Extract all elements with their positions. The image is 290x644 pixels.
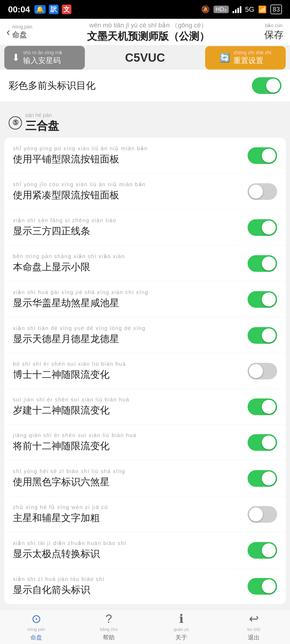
setting-row: suì jiàn shí èr shén suí xiàn liú biàn h…: [4, 389, 286, 425]
header-nav: ‹ mìng pán 命盘 wén mò tiān jī yù cè shī b…: [0, 19, 290, 46]
back-label: 命盘: [12, 30, 32, 40]
back-button[interactable]: ‹ mìng pán 命盘: [6, 24, 32, 40]
setting-text-1: shǐ yòng jǐn còu xíng xiàn liú àn niǔ mi…: [13, 181, 248, 202]
setting-text-4: xiǎn shì huá gài xīng jié shā xīng xián …: [13, 289, 248, 310]
setting-text-11: xiǎn shì tài jí diǎn zhuǎn huàn biāo shí…: [13, 540, 248, 561]
back-label-pinyin: mìng pán: [12, 24, 32, 30]
battery-indicator: 83: [270, 5, 282, 14]
nav-label-3: 退出: [248, 634, 260, 642]
setting-pinyin-3: běn mìng pán shàng xiǎn shì xiǎo xiàn: [13, 253, 248, 259]
setting-toggle-0[interactable]: [248, 147, 277, 164]
color-item-toggle[interactable]: [252, 77, 281, 94]
bottom-nav-item-帮助[interactable]: ? bāng zhù 帮助: [73, 612, 145, 642]
color-item-label: 彩色多前头标识目化: [9, 79, 252, 92]
signal-bars: [233, 6, 241, 13]
code-display: C5VUC: [88, 51, 202, 64]
setting-row: xiǎn shì tài jí diǎn zhuǎn huàn biāo shí…: [4, 532, 286, 568]
save-button[interactable]: bǎo cún 保存: [264, 23, 284, 42]
setting-pinyin-11: xiǎn shì tài jí diǎn zhuǎn huàn biāo shí: [13, 540, 248, 546]
setting-row: bó shì shí èr shén suí xiàn liú biàn huà…: [4, 353, 286, 389]
setting-pinyin-2: xiǎn shì sān fāng sì zhèng xiàn tiáo: [13, 217, 248, 224]
setting-row: zhǔ xīng hé fǔ xīng wén zì jiā cū 主星和辅星文…: [4, 496, 286, 532]
silent-icon: 🔕: [201, 5, 210, 14]
setting-row: jiāng qián shí èr shén suí xiàn liú biàn…: [4, 425, 286, 460]
5g-label: 5G: [245, 5, 255, 14]
setting-row: běn mìng pán shàng xiǎn shì xiǎo xiàn 本命…: [4, 246, 286, 281]
nav-label-1: 帮助: [103, 634, 115, 642]
nav-pinyin-1: bāng zhù: [100, 627, 118, 632]
setting-label-8: 将前十二神随限流变化: [13, 440, 248, 453]
color-header-item: 彩色多前头标识目化: [0, 70, 290, 101]
setting-toggle-1[interactable]: [248, 183, 277, 200]
bottom-nav-item-命盘[interactable]: ⊙ mìng pán 命盘: [0, 612, 73, 642]
bottom-nav-item-关于[interactable]: ℹ guān yú 关于: [145, 612, 218, 642]
setting-label-1: 使用紧凑型限流按钮面板: [13, 189, 248, 202]
setting-text-10: zhǔ xīng hé fǔ xīng wén zì jiā cū 主星和辅星文…: [13, 504, 248, 525]
setting-label-5: 显示天德星月德星龙德星: [13, 332, 248, 346]
setting-label-7: 岁建十二神随限流变化: [13, 404, 248, 417]
section5-pinyin: sān hé pán: [25, 112, 59, 118]
wifi-icon: 📶: [258, 5, 267, 14]
nav-icon-3: ↩: [249, 612, 259, 625]
setting-toggle-2[interactable]: [248, 219, 277, 236]
setting-label-4: 显示华盖星劫煞星咸池星: [13, 297, 248, 310]
setting-toggle-4[interactable]: [248, 291, 277, 308]
setting-toggle-6[interactable]: [248, 363, 277, 379]
setting-pinyin-4: xiǎn shì huá gài xīng jié shā xīng xián …: [13, 289, 248, 295]
setting-pinyin-1: shǐ yòng jǐn còu xíng xiàn liú àn niǔ mi…: [13, 181, 248, 188]
setting-text-8: jiāng qián shí èr shén suí xiàn liú biàn…: [13, 432, 248, 453]
setting-toggle-9[interactable]: [248, 470, 277, 487]
setting-label-6: 博士十二神随限流变化: [13, 368, 248, 381]
setting-toggle-10[interactable]: [248, 506, 277, 523]
setting-text-3: běn mìng pán shàng xiǎn shì xiǎo xiàn 本命…: [13, 253, 248, 274]
setting-text-12: xiǎn shì zì huà jiàn tóu biāo shí 显示自化箭头…: [13, 576, 248, 597]
reset-icon: 🔄: [219, 53, 230, 63]
setting-pinyin-5: xiǎn shì tiān dé xīng yuè dé xīng lóng d…: [13, 325, 248, 331]
setting-pinyin-6: bó shì shí èr shén suí xiàn liú biàn huà: [13, 361, 248, 367]
settings-card: shǐ yòng píng pù xíng xiàn liú àn niǔ mi…: [4, 138, 286, 604]
reset-settings-button[interactable]: 🔄 zhòng zhì shè zhì 重置设置: [205, 46, 286, 69]
setting-text-7: suì jiàn shí èr shén suí xiàn liú biàn h…: [13, 397, 248, 417]
setting-label-11: 显示太极点转换标识: [13, 547, 248, 561]
setting-row: xiǎn shì tiān dé xīng yuè dé xīng lóng d…: [4, 317, 286, 353]
setting-row: xiǎn shì huá gài xīng jié shā xīng xián …: [4, 281, 286, 317]
setting-label-12: 显示自化箭头标识: [13, 583, 248, 597]
input-btn-pinyin: shū rù ān xīng mǎ: [23, 50, 62, 56]
nav-icon-1: ?: [106, 612, 112, 625]
nav-pinyin-3: tuì chū: [247, 627, 260, 632]
reset-label: 重置设置: [233, 56, 271, 66]
setting-toggle-8[interactable]: [248, 434, 277, 451]
setting-toggle-11[interactable]: [248, 542, 277, 559]
setting-label-2: 显示三方四正线条: [13, 225, 248, 238]
setting-text-5: xiǎn shì tiān dé xīng yuè dé xīng lóng d…: [13, 325, 248, 346]
setting-label-10: 主星和辅星文字加粗: [13, 511, 248, 525]
code-bar: ⬇ shū rù ān xīng mǎ 输入安星码 C5VUC 🔄 zhòng …: [0, 46, 290, 70]
setting-toggle-12[interactable]: [248, 578, 277, 595]
save-label: 保存: [264, 28, 284, 42]
back-arrow-icon: ‹: [6, 26, 10, 38]
setting-pinyin-9: shǐ yòng hēi sè zì biāo shí liù shā xīng: [13, 468, 248, 474]
hd2-badge: HD₂: [213, 6, 229, 13]
setting-toggle-3[interactable]: [248, 255, 277, 272]
setting-row: shǐ yòng jǐn còu xíng xiàn liú àn niǔ mi…: [4, 174, 286, 210]
setting-toggle-7[interactable]: [248, 398, 277, 415]
setting-toggle-5[interactable]: [248, 327, 277, 344]
nav-pinyin-2: guān yú: [174, 627, 189, 632]
nav-title-pinyin: wén mò tiān jī yù cè shī bǎn （gōng cè）: [32, 21, 264, 30]
setting-text-0: shǐ yòng píng pù xíng xiàn liú àn niǔ mi…: [13, 145, 248, 166]
setting-text-2: xiǎn shì sān fāng sì zhèng xiàn tiáo 显示三…: [13, 217, 248, 238]
bottom-nav-item-退出[interactable]: ↩ tuì chū 退出: [218, 612, 290, 642]
input-btn-label: 输入安星码: [23, 56, 62, 66]
input-star-code-button[interactable]: ⬇ shū rù ān xīng mǎ 输入安星码: [4, 46, 85, 69]
save-pinyin: bǎo cún: [265, 23, 282, 28]
setting-row: shǐ yòng píng pù xíng xiàn liú àn niǔ mi…: [4, 138, 286, 174]
translate-icon: 訳: [49, 5, 59, 14]
setting-text-6: bó shì shí èr shén suí xiàn liú biàn huà…: [13, 361, 248, 381]
setting-pinyin-7: suì jiàn shí èr shén suí xiàn liú biàn h…: [13, 397, 248, 403]
setting-text-9: shǐ yòng hēi sè zì biāo shí liù shā xīng…: [13, 468, 248, 489]
nav-label-0: 命盘: [30, 634, 42, 642]
lang-icon: 文: [62, 5, 71, 14]
nav-title: 文墨天机预测师版（公测）: [32, 30, 264, 43]
section5-title: 三合盘: [25, 118, 59, 133]
setting-label-0: 使用平铺型限流按钮面板: [13, 153, 248, 166]
